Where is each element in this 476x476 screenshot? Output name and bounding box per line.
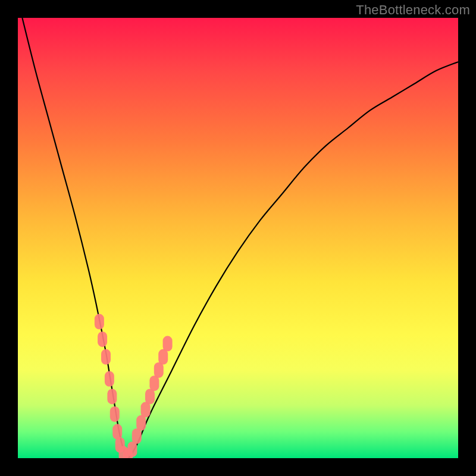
marker-pill	[112, 424, 122, 440]
marker-pill	[98, 331, 107, 347]
marker-pill	[163, 336, 173, 352]
marker-pill	[145, 389, 155, 404]
marker-group	[95, 314, 173, 458]
marker-pill	[154, 362, 164, 378]
bottleneck-chart	[18, 18, 458, 458]
chart-frame	[18, 18, 458, 458]
marker-pill	[158, 349, 168, 365]
curve-line	[22, 18, 458, 458]
marker-pill	[105, 371, 114, 387]
marker-pill	[136, 415, 146, 431]
watermark-text: TheBottleneck.com	[356, 2, 470, 18]
marker-pill	[107, 389, 117, 404]
marker-pill	[141, 402, 151, 418]
marker-pill	[132, 428, 142, 444]
marker-pill	[110, 406, 120, 422]
marker-pill	[95, 314, 104, 330]
marker-pill	[101, 349, 111, 365]
marker-pill	[149, 375, 159, 391]
marker-pill	[127, 441, 137, 457]
